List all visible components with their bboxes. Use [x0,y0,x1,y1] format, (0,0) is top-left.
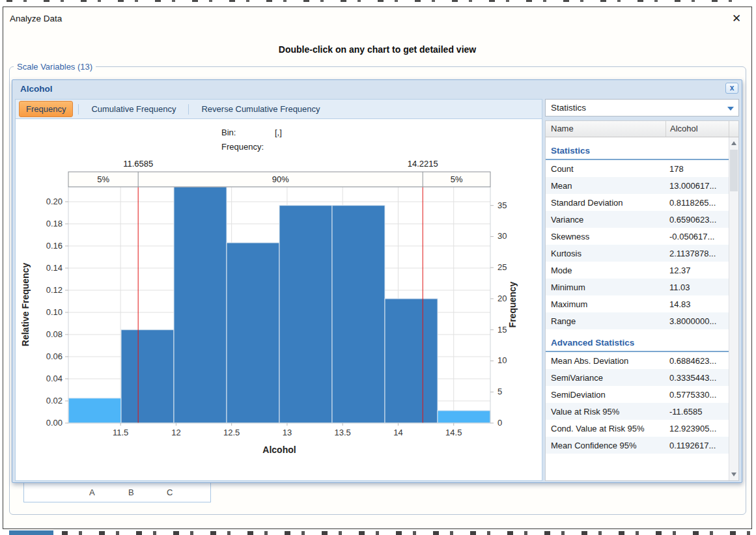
tab-frequency[interactable]: Frequency [19,101,73,117]
close-icon[interactable]: ✕ [729,12,744,26]
background-window-fragment [9,530,53,535]
chart-text: 0.00 [46,418,63,428]
table-row: Mode12.37 [546,262,729,279]
chart-text: 5% [451,174,463,184]
table-row: Minimum11.03 [546,279,729,295]
chart-text: Alcohol [262,445,296,455]
chart-text: 11.5 [113,428,128,437]
stat-value-cell: 3.8000000... [665,316,716,326]
table-row: Maximum14.83 [546,295,729,312]
stats-table-body: StatisticsCount178Mean13.000617...Standa… [546,137,729,480]
chart-text: 0 [497,418,502,428]
table-row: Mean13.000617... [546,177,729,194]
chart-text: 0.14 [46,263,63,273]
mini-chart-x-label: A [89,487,95,497]
chart-text: 90% [272,174,289,184]
chart-text: 5% [97,174,109,184]
stat-value-cell: 13.000617... [665,181,716,191]
chart-region: FrequencyCumulative FrequencyReverse Cum… [15,99,542,481]
y-axis-left: 0.000.020.040.060.080.100.120.140.160.18… [46,197,68,428]
chart-text: 14.2215 [408,159,438,169]
stat-name-cell: SemiVariance [546,373,665,383]
section-title: Advanced Statistics [546,334,729,352]
chart-text: 13.5 [335,428,351,437]
stat-name-cell: Standard Deviation [546,198,665,208]
background-window-bottom-edge [62,531,751,535]
stat-value-cell: 0.1192617... [665,441,716,450]
tab-divider [188,104,189,115]
chart-text: 0.18 [46,219,63,228]
chart-text: 0.12 [46,285,63,295]
table-row: Variance0.6590623... [546,211,729,228]
table-row: Kurtosis2.1137878... [546,245,729,262]
dropdown-value: Statistics [551,103,586,113]
mini-chart-x-label: B [128,487,134,497]
histogram-bar[interactable] [68,398,121,423]
tab-cumulative-frequency[interactable]: Cumulative Frequency [84,101,183,117]
stat-name-cell: Count [546,164,665,174]
stat-value-cell: 0.8118265... [665,198,716,208]
histogram-bar[interactable] [227,243,279,423]
stat-name-cell: Minimum [546,282,665,292]
table-row: Count178 [546,160,729,177]
stat-name-cell: Maximum [546,299,665,309]
table-row: SemiDeviation0.5775330... [546,386,729,403]
histogram-bar[interactable] [332,206,385,423]
histogram-svg[interactable]: 5%90%5%11.658514.22150.000.020.040.060.0… [16,119,542,480]
table-row: Skewness-0.050617... [546,228,729,245]
chart-text: 30 [497,231,507,241]
chevron-down-icon [727,107,734,111]
table-row: Cond. Value at Risk 95%12.923905... [546,420,729,437]
stat-name-cell: Variance [546,215,665,225]
tab-bar: FrequencyCumulative FrequencyReverse Cum… [16,100,542,119]
histogram-bar[interactable] [279,206,332,423]
histogram-bar[interactable] [438,411,490,423]
alcohol-panel: Alcohol x FrequencyCumulative FrequencyR… [12,79,742,483]
stat-value-cell: 11.03 [665,282,690,292]
chart-text: Frequency [507,281,518,327]
stat-value-cell: -0.050617... [665,232,714,241]
chart-text: 0.06 [46,351,63,361]
histogram-bar[interactable] [174,187,227,423]
stat-value-cell: 0.6590623... [665,215,716,225]
stat-name-cell: Kurtosis [546,249,665,258]
chart-text: 13 [283,428,292,437]
chart-text: Relative Frequency [20,263,31,347]
statistics-dropdown[interactable]: Statistics [545,99,739,117]
stat-name-cell: Mean Confidence 95% [546,441,665,450]
tab-divider [78,104,79,115]
stat-name-cell: Cond. Value at Risk 95% [546,424,665,433]
stat-value-cell: -11.6585 [665,407,702,417]
chart-canvas[interactable]: Bin:[,] Frequency: 5%90%5%11.658514.2215… [16,119,542,480]
stats-scrollbar[interactable] [729,137,738,480]
column-header-alcohol: Alcohol [665,121,729,137]
table-row: Mean Abs. Deviation0.6884623... [546,352,729,369]
chart-text: 12.5 [223,428,240,437]
chart-text: 20 [497,294,507,303]
panel-close-icon[interactable]: x [725,83,738,94]
chart-text: 0.16 [46,241,63,251]
scroll-up-icon[interactable] [729,138,738,148]
section-title: Statistics [546,142,729,160]
stat-value-cell: 12.37 [665,266,691,275]
stat-value-cell: 0.6884623... [665,356,716,366]
stat-name-cell: Value at Risk 95% [546,407,665,417]
scroll-down-icon[interactable] [729,469,738,480]
histogram-bar[interactable] [121,330,174,423]
column-header-name: Name [546,121,665,137]
table-row: Value at Risk 95%-11.6585 [546,403,729,420]
stat-name-cell: Mean Abs. Deviation [546,356,665,366]
x-axis: 11.51212.51313.51414.5 [113,423,462,437]
table-row: SemiVariance0.3335443... [546,369,729,386]
stats-section: StatisticsCount178Mean13.000617...Standa… [546,142,729,329]
tab-reverse-cumulative-frequency[interactable]: Reverse Cumulative Frequency [194,101,327,117]
chart-text: 0.08 [46,329,63,339]
scrollbar-thumb[interactable] [730,150,738,191]
stat-value-cell: 14.83 [665,299,691,309]
histogram-bar[interactable] [385,299,438,423]
stats-section: Advanced StatisticsMean Abs. Deviation0.… [546,334,729,454]
stat-name-cell: Mode [546,266,665,275]
stat-value-cell: 0.5775330... [665,390,716,400]
histogram-bars[interactable] [68,187,490,423]
chart-text: 35 [497,200,507,210]
